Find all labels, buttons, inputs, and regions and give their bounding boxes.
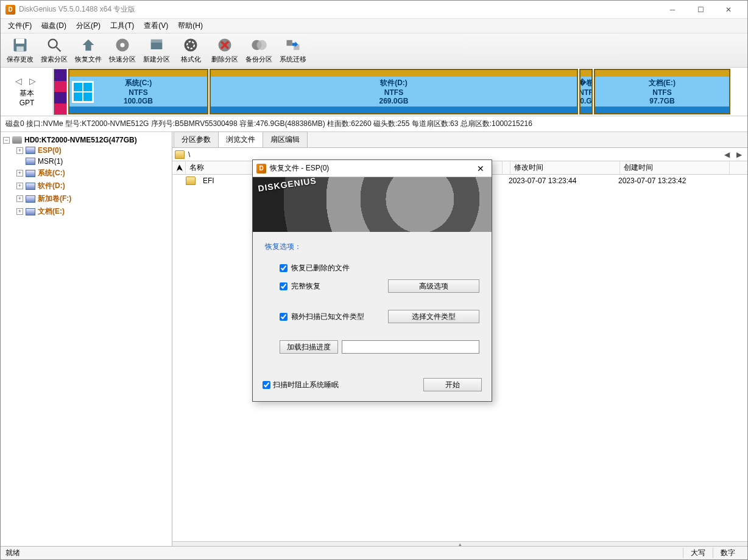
dialog-hero-image: DISKGENIUS: [253, 177, 492, 232]
column-header[interactable]: 修改时间: [510, 161, 620, 174]
menu-帮助h[interactable]: 帮助(H): [173, 19, 208, 32]
select-file-types-button[interactable]: 选择文件类型: [388, 310, 479, 323]
partition-icon: [26, 208, 35, 215]
partition-icon: [26, 195, 35, 203]
folder-icon: [186, 177, 196, 185]
menu-工具t[interactable]: 工具(T): [105, 19, 139, 32]
partition-block[interactable]: 文档(E:)NTFS97.7GB: [594, 69, 730, 114]
menu-分区p[interactable]: 分区(P): [71, 19, 105, 32]
window-title: DiskGenius V5.5.0.1488 x64 专业版: [19, 4, 658, 15]
path-back-button[interactable]: ◀: [721, 150, 733, 159]
opt-extra-scan-checkbox[interactable]: [280, 313, 288, 321]
expand-toggle[interactable]: +: [16, 208, 23, 215]
disk-start-stripes: [54, 69, 67, 115]
column-header[interactable]: 创建时间: [620, 161, 730, 174]
menu-查看v[interactable]: 查看(V): [139, 19, 173, 32]
tree-item[interactable]: 文档(E:): [38, 206, 65, 217]
tree-item[interactable]: 系统(C:): [38, 168, 65, 178]
svg-rect-2: [16, 46, 24, 51]
new-partition-button[interactable]: 新建分区: [139, 35, 174, 66]
menu-文件f[interactable]: 文件(F): [3, 19, 37, 32]
opt-extra-scan-label: 额外扫描已知文件类型: [291, 312, 364, 322]
opt-recover-deleted-label: 恢复已删除的文件: [291, 263, 350, 273]
tree-item[interactable]: 新加卷(F:): [38, 194, 71, 204]
titlebar: D DiskGenius V5.5.0.1488 x64 专业版 ─ ☐ ✕: [1, 1, 747, 19]
tree-item[interactable]: MSR(1): [38, 157, 63, 166]
path-forward-button[interactable]: ▶: [733, 150, 745, 159]
up-folder-button[interactable]: ⮝: [172, 161, 186, 174]
svg-point-9: [185, 39, 197, 52]
menu-磁盘d[interactable]: 磁盘(D): [37, 19, 71, 32]
delete-partition-button[interactable]: 删除分区: [208, 35, 242, 66]
tab-0[interactable]: 分区参数: [174, 131, 219, 147]
search-partition-button[interactable]: 搜索分区: [37, 35, 71, 66]
format-button[interactable]: 格式化: [174, 35, 208, 66]
partition-icon: [26, 147, 35, 154]
svg-rect-1: [16, 39, 24, 44]
expand-toggle[interactable]: +: [16, 183, 23, 189]
partition-icon: [26, 183, 35, 190]
partition-block[interactable]: 系统(C:)NTFS100.0GB: [68, 69, 208, 114]
system-migrate-button[interactable]: 系统迁移: [276, 35, 310, 66]
opt-full-recover-checkbox[interactable]: [280, 282, 288, 290]
new-partition-icon: [148, 37, 165, 54]
disk-scheme-label: 基本 GPT: [19, 88, 35, 107]
folder-icon: [175, 150, 185, 159]
close-button[interactable]: ✕: [714, 1, 743, 19]
tree-disk-label[interactable]: HD0:KT2000-NVME512G(477GB): [24, 136, 137, 144]
tab-1[interactable]: 浏览文件: [218, 131, 263, 147]
dialog-titlebar[interactable]: D 恢复文件 - ESP(0) ✕: [253, 160, 492, 177]
quick-partition-button[interactable]: 快速分区: [105, 35, 139, 66]
tree-item[interactable]: ESP(0): [38, 146, 62, 155]
toolbar: 保存更改搜索分区恢复文件快速分区新建分区格式化删除分区备份分区系统迁移: [1, 33, 747, 68]
load-progress-input[interactable]: [342, 340, 479, 354]
column-header[interactable]: [503, 161, 510, 174]
splitter[interactable]: ▴: [172, 541, 747, 546]
partition-icon: [26, 158, 35, 165]
maximize-button[interactable]: ☐: [686, 1, 714, 19]
path-text: \: [188, 150, 721, 159]
svg-point-3: [49, 40, 57, 48]
svg-rect-16: [287, 40, 292, 46]
windows-icon: [72, 81, 94, 103]
svg-point-15: [257, 40, 267, 50]
menubar: 文件(F)磁盘(D)分区(P)工具(T)查看(V)帮助(H): [1, 19, 747, 33]
expand-toggle[interactable]: −: [3, 137, 10, 144]
tab-2[interactable]: 扇区编辑: [263, 131, 308, 147]
recover-files-icon: [80, 37, 97, 54]
load-progress-button[interactable]: 加载扫描进度: [280, 340, 338, 354]
recover-files-button[interactable]: 恢复文件: [71, 35, 105, 66]
dialog-title: 恢复文件 - ESP(0): [270, 163, 473, 173]
search-partition-icon: [46, 37, 63, 54]
disk-info: 磁盘0 接口:NVMe 型号:KT2000-NVME512G 序列号:B5BMR…: [1, 116, 747, 132]
partition-icon: [26, 170, 35, 177]
partition-tree[interactable]: − HD0:KT2000-NVME512G(477GB) +ESP(0)MSR(…: [1, 132, 172, 546]
minimize-button[interactable]: ─: [658, 1, 686, 19]
backup-partition-icon: [250, 37, 267, 54]
expand-toggle[interactable]: +: [16, 195, 23, 202]
expand-toggle[interactable]: +: [16, 170, 23, 177]
app-icon: D: [256, 164, 266, 173]
save-changes-button[interactable]: 保存更改: [3, 35, 37, 66]
diskmap-nav-arrows[interactable]: ◁ ▷: [15, 76, 38, 86]
opt-recover-deleted-checkbox[interactable]: [280, 264, 288, 272]
system-migrate-icon: [284, 37, 302, 54]
status-text: 就绪: [5, 548, 20, 558]
statusbar: 就绪 大写 数字: [1, 546, 747, 559]
tabs: 分区参数浏览文件扇区编辑: [172, 132, 747, 148]
opt-prevent-sleep-label: 扫描时阻止系统睡眠: [273, 380, 339, 390]
delete-partition-icon: [216, 37, 233, 54]
opt-prevent-sleep-checkbox[interactable]: [263, 381, 270, 389]
disk-map: ◁ ▷ 基本 GPT 系统(C:)NTFS100.0GB软件(D:)NTFS26…: [1, 68, 747, 116]
dialog-close-button[interactable]: ✕: [473, 164, 488, 173]
dialog-section-title: 恢复选项：: [265, 242, 479, 252]
backup-partition-button[interactable]: 备份分区: [242, 35, 276, 66]
tree-item[interactable]: 软件(D:): [38, 181, 65, 191]
partition-block[interactable]: �卷NTF0.G: [579, 69, 593, 114]
quick-partition-icon: [114, 37, 131, 54]
partition-block[interactable]: 软件(D:)NTFS269.0GB: [210, 69, 578, 114]
expand-toggle[interactable]: +: [16, 147, 23, 154]
status-num: 数字: [713, 548, 743, 558]
start-button[interactable]: 开始: [423, 378, 482, 391]
advanced-options-button[interactable]: 高级选项: [388, 279, 479, 293]
